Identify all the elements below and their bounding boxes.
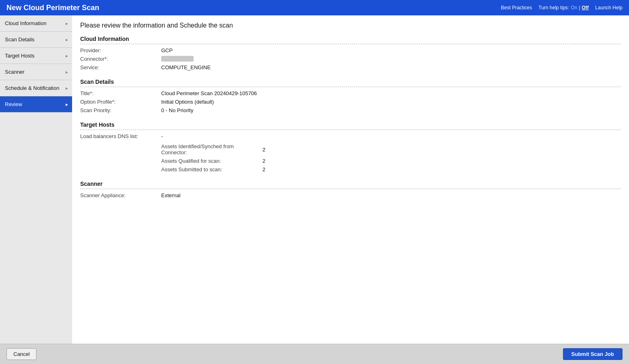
sidebar-item-label: Target Hosts: [5, 53, 34, 59]
sidebar-item-label: Review: [5, 101, 22, 107]
assets-area: Assets Identified/Synched from Connector…: [161, 143, 621, 172]
sidebar-item-label: Scan Details: [5, 36, 34, 43]
cloud-information-section: Cloud Information Provider: GCP Connecto…: [80, 36, 621, 70]
best-practices-link[interactable]: Best Practices: [501, 5, 532, 11]
app-title: New Cloud Perimeter Scan: [6, 4, 99, 12]
asset-label-qualified: Assets Qualified for scan:: [161, 158, 254, 164]
sidebar-item-target-hosts[interactable]: Target Hosts ▸: [0, 48, 72, 64]
help-tips-label: Turn help tips:: [539, 5, 569, 11]
field-value-title: Cloud Perimeter Scan 20240429-105706: [161, 90, 257, 96]
scanner-section: Scanner Scanner Appliance: External: [80, 181, 621, 198]
asset-value-identified: 2: [262, 147, 265, 153]
target-hosts-section: Target Hosts Load balancers DNS list: - …: [80, 121, 621, 172]
asset-row-submitted: Assets Submitted to scan: 2: [161, 166, 621, 172]
submit-scan-job-button[interactable]: Submit Scan Job: [563, 348, 623, 360]
field-row-scan-priority: Scan Priority: 0 - No Priority: [80, 107, 621, 113]
sidebar-item-label: Scanner: [5, 69, 24, 75]
sidebar-item-label: Schedule & Notification: [5, 85, 59, 91]
sidebar-item-review[interactable]: Review ▸: [0, 96, 72, 113]
field-row-connector: Connector*:: [80, 56, 621, 62]
field-row-option-profile: Option Profile*: Initial Options (defaul…: [80, 99, 621, 105]
chevron-right-icon: ▸: [66, 102, 68, 107]
chevron-right-icon: ▸: [66, 85, 68, 91]
field-label-service: Service:: [80, 64, 161, 70]
field-value-provider: GCP: [161, 47, 173, 53]
asset-value-qualified: 2: [262, 158, 265, 164]
field-value-scan-priority: 0 - No Priority: [161, 107, 193, 113]
help-separator: |: [579, 5, 580, 11]
scan-details-section: Scan Details Title*: Cloud Perimeter Sca…: [80, 79, 621, 113]
help-off[interactable]: Off: [582, 5, 588, 11]
chevron-right-icon: ▸: [66, 37, 68, 43]
footer: Cancel Submit Scan Job: [0, 344, 629, 364]
field-label-title: Title*:: [80, 90, 161, 96]
field-row-scanner-appliance: Scanner Appliance: External: [80, 192, 621, 198]
field-label-scan-priority: Scan Priority:: [80, 107, 161, 113]
asset-label-identified: Assets Identified/Synched from Connector…: [161, 143, 254, 155]
app-header: New Cloud Perimeter Scan Best Practices …: [0, 0, 629, 15]
field-value-scanner-appliance: External: [161, 192, 181, 198]
cancel-button[interactable]: Cancel: [6, 348, 36, 360]
chevron-right-icon: ▸: [66, 21, 68, 26]
field-label-connector: Connector*:: [80, 56, 161, 62]
scan-details-title: Scan Details: [80, 79, 621, 87]
page-title: Please review the information and Schedu…: [80, 22, 621, 29]
field-row-title: Title*: Cloud Perimeter Scan 20240429-10…: [80, 90, 621, 96]
asset-label-submitted: Assets Submitted to scan:: [161, 166, 254, 172]
chevron-right-icon: ▸: [66, 69, 68, 75]
field-label-option-profile: Option Profile*:: [80, 99, 161, 105]
help-on[interactable]: On: [571, 5, 577, 11]
field-row-provider: Provider: GCP: [80, 47, 621, 53]
asset-row-qualified: Assets Qualified for scan: 2: [161, 158, 621, 164]
launch-help-link[interactable]: Launch Help: [595, 5, 623, 11]
header-links: Best Practices Turn help tips: On | Off …: [501, 5, 623, 11]
scanner-title: Scanner: [80, 181, 621, 189]
field-row-load-balancers: Load balancers DNS list: -: [80, 133, 621, 139]
field-value-option-profile: Initial Options (default): [161, 99, 214, 105]
sidebar-item-label: Cloud Information: [5, 20, 47, 26]
field-row-service: Service: COMPUTE_ENGINE: [80, 64, 621, 70]
field-label-scanner-appliance: Scanner Appliance:: [80, 192, 161, 198]
target-hosts-title: Target Hosts: [80, 121, 621, 130]
sidebar-item-cloud-information[interactable]: Cloud Information ▸: [0, 15, 72, 32]
cloud-information-title: Cloud Information: [80, 36, 621, 44]
field-label-provider: Provider:: [80, 47, 161, 53]
asset-value-submitted: 2: [262, 166, 265, 172]
content-area: Please review the information and Schedu…: [72, 15, 629, 344]
field-value-service: COMPUTE_ENGINE: [161, 64, 211, 70]
sidebar-item-schedule-notification[interactable]: Schedule & Notification ▸: [0, 80, 72, 96]
help-tips: Turn help tips: On | Off: [539, 5, 589, 11]
asset-row-identified: Assets Identified/Synched from Connector…: [161, 143, 621, 155]
sidebar-item-scan-details[interactable]: Scan Details ▸: [0, 32, 72, 48]
connector-redacted-value: [161, 56, 194, 62]
sidebar: Cloud Information ▸ Scan Details ▸ Targe…: [0, 15, 72, 344]
sidebar-item-scanner[interactable]: Scanner ▸: [0, 64, 72, 80]
field-value-load-balancers: -: [161, 133, 163, 139]
chevron-right-icon: ▸: [66, 53, 68, 59]
main-layout: Cloud Information ▸ Scan Details ▸ Targe…: [0, 15, 629, 344]
field-label-load-balancers: Load balancers DNS list:: [80, 133, 161, 139]
